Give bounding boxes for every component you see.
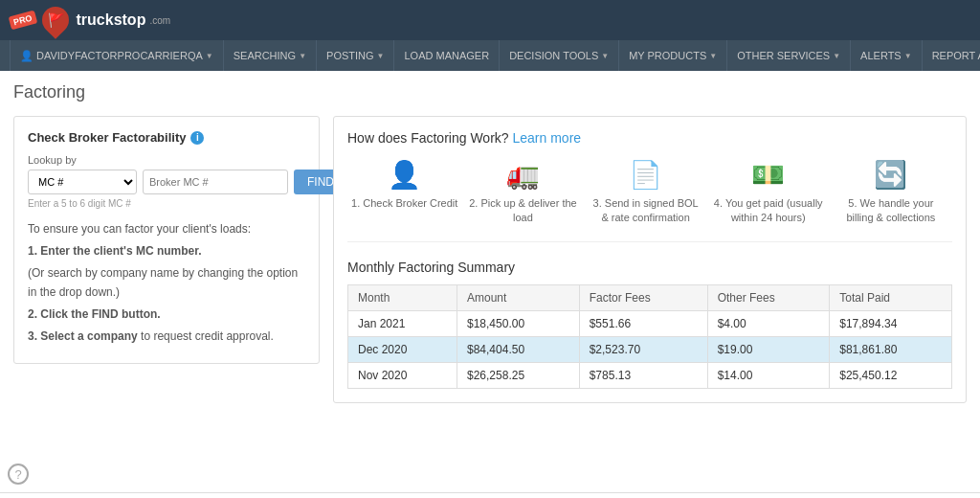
cell-amount: $18,450.00 bbox=[457, 310, 580, 336]
cell-total-paid: $25,450.12 bbox=[830, 362, 952, 388]
cell-amount: $26,258.25 bbox=[457, 362, 580, 388]
step-2: 🚛 2. Pick up & deliver the load bbox=[465, 159, 580, 226]
nav-report-business[interactable]: REPORT A BUSINESS ▼ bbox=[923, 40, 980, 71]
alerts-caret: ▼ bbox=[904, 52, 912, 60]
learn-more-link[interactable]: Learn more bbox=[512, 130, 581, 146]
nav-load-manager[interactable]: LOAD MANAGER bbox=[394, 40, 500, 71]
cell-other-fees: $14.00 bbox=[707, 362, 830, 388]
right-panel: How does Factoring Work? Learn more 👤 1.… bbox=[333, 116, 967, 403]
left-panel-title: Check Broker Factorability i bbox=[28, 130, 305, 145]
alerts-label: ALERTS bbox=[860, 50, 902, 61]
lookup-row: MC # Company Name FIND bbox=[28, 170, 305, 194]
decision-tools-label: DECISION TOOLS bbox=[509, 50, 598, 61]
info-icon[interactable]: i bbox=[190, 131, 204, 145]
nav-my-products[interactable]: MY PRODUCTS ▼ bbox=[619, 40, 727, 71]
step-2-icon: 🚛 bbox=[506, 159, 540, 191]
cell-factor-fees: $2,523.70 bbox=[579, 336, 707, 362]
step-5-label: 5. We handle your billing & collections bbox=[834, 196, 948, 226]
top-nav: PRO 🚩 truckstop .com bbox=[0, 0, 980, 40]
instructions-title: To ensure you can factor your client's l… bbox=[28, 220, 305, 238]
nav-posting[interactable]: POSTING ▼ bbox=[317, 40, 394, 71]
table-row: Dec 2020 $84,404.50 $2,523.70 $19.00 $81… bbox=[348, 336, 952, 362]
step-4-icon: 💵 bbox=[751, 159, 785, 191]
user-nav: 👤 DAVIDYFACTORPROCARRIERQA ▼ SEARCHING ▼… bbox=[0, 40, 980, 71]
col-factor-fees: Factor Fees bbox=[579, 284, 707, 310]
step1-sub: (Or search by company name by changing t… bbox=[28, 264, 305, 301]
username-nav[interactable]: 👤 DAVIDYFACTORPROCARRIERQA ▼ bbox=[10, 40, 224, 71]
cell-total-paid: $81,861.80 bbox=[830, 336, 952, 362]
step-2-label: 2. Pick up & deliver the load bbox=[465, 196, 580, 226]
cell-amount: $84,404.50 bbox=[457, 336, 580, 362]
summary-title: Monthly Factoring Summary bbox=[347, 260, 952, 275]
step3: 3. Select a company to request credit ap… bbox=[28, 328, 305, 346]
report-business-label: REPORT A BUSINESS bbox=[932, 50, 980, 61]
cell-factor-fees: $551.66 bbox=[579, 310, 707, 336]
how-factoring-label: How does Factoring Work? bbox=[347, 130, 509, 146]
posting-label: POSTING bbox=[326, 50, 374, 61]
input-hint: Enter a 5 to 6 digit MC # bbox=[28, 198, 305, 209]
username-label: DAVIDYFACTORPROCARRIERQA bbox=[36, 50, 203, 61]
instructions: To ensure you can factor your client's l… bbox=[28, 220, 305, 346]
logo-com: .com bbox=[149, 15, 170, 26]
logo-icon: 🚩 bbox=[36, 1, 75, 39]
cell-month: Dec 2020 bbox=[348, 336, 457, 362]
table-row: Jan 2021 $18,450.00 $551.66 $4.00 $17,89… bbox=[348, 310, 952, 336]
step-4-label: 4. You get paid (usually within 24 hours… bbox=[711, 196, 826, 226]
cell-other-fees: $19.00 bbox=[707, 336, 830, 362]
col-total-paid: Total Paid bbox=[830, 284, 952, 310]
nav-other-services[interactable]: OTHER SERVICES ▼ bbox=[727, 40, 851, 71]
cell-other-fees: $4.00 bbox=[707, 310, 830, 336]
step-1-icon: 👤 bbox=[388, 159, 421, 191]
step-1: 👤 1. Check Broker Credit bbox=[351, 159, 457, 226]
page-content: Factoring Check Broker Factorability i L… bbox=[0, 71, 980, 492]
step2: 2. Click the FIND button. bbox=[28, 306, 305, 324]
nav-searching[interactable]: SEARCHING ▼ bbox=[224, 40, 317, 71]
step-5: 🔄 5. We handle your billing & collection… bbox=[834, 159, 948, 226]
my-products-caret: ▼ bbox=[709, 52, 717, 60]
step-4: 💵 4. You get paid (usually within 24 hou… bbox=[711, 159, 826, 226]
main-layout: Check Broker Factorability i Lookup by M… bbox=[13, 116, 967, 403]
how-factoring-section: How does Factoring Work? Learn more 👤 1.… bbox=[347, 130, 952, 242]
other-services-label: OTHER SERVICES bbox=[737, 50, 830, 61]
cell-month: Nov 2020 bbox=[348, 362, 457, 388]
username-caret: ▼ bbox=[206, 52, 213, 60]
lookup-select[interactable]: MC # Company Name bbox=[28, 170, 137, 194]
factoring-steps: 👤 1. Check Broker Credit 🚛 2. Pick up & … bbox=[347, 159, 952, 226]
step-5-icon: 🔄 bbox=[874, 159, 907, 191]
cell-month: Jan 2021 bbox=[348, 310, 457, 336]
other-services-caret: ▼ bbox=[833, 52, 840, 60]
nav-decision-tools[interactable]: DECISION TOOLS ▼ bbox=[500, 40, 619, 71]
cell-total-paid: $17,894.34 bbox=[830, 310, 952, 336]
step-3-label: 3. Send in signed BOL & rate confirmatio… bbox=[589, 196, 703, 226]
load-manager-label: LOAD MANAGER bbox=[404, 50, 489, 61]
searching-label: SEARCHING bbox=[234, 50, 296, 61]
check-broker-title: Check Broker Factorability bbox=[28, 130, 186, 145]
col-other-fees: Other Fees bbox=[707, 284, 830, 310]
col-month: Month bbox=[348, 284, 457, 310]
left-panel: Check Broker Factorability i Lookup by M… bbox=[13, 116, 320, 364]
lookup-label: Lookup by bbox=[28, 154, 305, 166]
step-3: 📄 3. Send in signed BOL & rate confirmat… bbox=[589, 159, 703, 226]
nav-alerts[interactable]: ALERTS ▼ bbox=[851, 40, 923, 71]
user-icon: 👤 bbox=[20, 50, 33, 62]
summary-table: Month Amount Factor Fees Other Fees Tota… bbox=[347, 284, 952, 389]
table-row: Nov 2020 $26,258.25 $785.13 $14.00 $25,4… bbox=[348, 362, 952, 388]
step1: 1. Enter the client's MC number. bbox=[28, 242, 305, 260]
logo-text: truckstop bbox=[77, 11, 146, 29]
step-3-icon: 📄 bbox=[629, 159, 662, 191]
monthly-summary-section: Monthly Factoring Summary Month Amount F… bbox=[347, 260, 952, 389]
help-circle-button[interactable]: ? bbox=[8, 464, 29, 485]
col-amount: Amount bbox=[457, 284, 580, 310]
my-products-label: MY PRODUCTS bbox=[629, 50, 706, 61]
how-factoring-title: How does Factoring Work? Learn more bbox=[347, 130, 952, 146]
decision-tools-caret: ▼ bbox=[601, 52, 609, 60]
broker-mc-input[interactable] bbox=[143, 170, 288, 194]
pro-badge: PRO bbox=[9, 11, 37, 31]
page-title: Factoring bbox=[13, 82, 967, 102]
logo-area: PRO 🚩 truckstop .com bbox=[10, 7, 170, 34]
searching-caret: ▼ bbox=[299, 52, 306, 60]
account-history-section: Account History FIND Enter 5 or more cha… bbox=[0, 492, 980, 498]
cell-factor-fees: $785.13 bbox=[579, 362, 707, 388]
posting-caret: ▼ bbox=[377, 52, 385, 60]
step-1-label: 1. Check Broker Credit bbox=[351, 196, 457, 211]
